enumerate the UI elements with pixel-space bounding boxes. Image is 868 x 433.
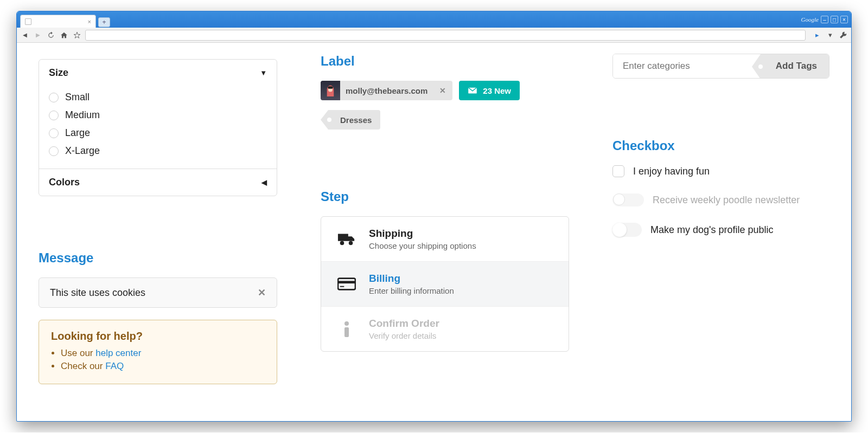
browser-window: × + Google – □ × ◄ ► ▸ ▾ (16, 11, 852, 422)
address-bar[interactable] (85, 30, 806, 41)
step-billing[interactable]: Billing Enter billing information (321, 262, 569, 307)
svg-point-7 (344, 321, 349, 326)
cookie-message: This site uses cookies ✕ (39, 277, 277, 308)
help-line-1: Use our help center (61, 348, 265, 359)
help-line-2: Check our FAQ (61, 361, 265, 372)
user-label: molly@thebears.com ✕ (321, 81, 452, 100)
accordion-colors-header[interactable]: Colors ◀ (39, 169, 277, 196)
radio-icon (49, 93, 59, 102)
help-heading: Looking for help? (51, 330, 265, 342)
minimize-button[interactable]: – (821, 16, 828, 23)
avatar (321, 81, 340, 100)
size-option-large[interactable]: Large (49, 124, 267, 142)
wrench-icon[interactable] (838, 30, 848, 40)
checkbox-label: I enjoy having fun (633, 166, 710, 177)
steps: Shipping Choose your shipping options Bi… (321, 216, 569, 352)
back-button[interactable]: ◄ (20, 30, 30, 40)
browser-tab[interactable]: × (20, 15, 96, 28)
credit-card-icon (335, 276, 358, 292)
option-label: X-Large (65, 145, 100, 157)
page-icon (25, 18, 31, 25)
close-icon[interactable]: ✕ (258, 287, 266, 299)
page-action-icon[interactable]: ▾ (825, 30, 835, 40)
step-confirm: Confirm Order Verify order details (321, 307, 569, 351)
accordion-size-content: Small Medium Large X-Large (39, 86, 277, 169)
radio-icon (49, 146, 59, 156)
accordion-size-header[interactable]: Size ▼ (39, 60, 277, 86)
new-tab-button[interactable]: + (98, 17, 110, 27)
caret-left-icon: ◀ (261, 178, 267, 186)
accordion: Size ▼ Small Medium (39, 59, 277, 196)
accordion-colors-title: Colors (49, 177, 80, 188)
new-mail-label[interactable]: 23 New (459, 81, 520, 100)
option-label: Medium (65, 109, 100, 121)
label-heading: Label (321, 54, 569, 69)
toggle-switch[interactable] (612, 223, 642, 237)
svg-rect-4 (338, 279, 355, 290)
size-option-small[interactable]: Small (49, 88, 267, 106)
svg-point-3 (349, 241, 353, 245)
tag-hole-icon (758, 64, 763, 69)
bookmark-icon[interactable] (72, 30, 82, 40)
size-option-xlarge[interactable]: X-Large (49, 142, 267, 160)
close-icon[interactable]: × (88, 18, 91, 25)
caret-down-icon: ▼ (260, 69, 267, 77)
option-label: Large (65, 127, 90, 139)
help-message: Looking for help? Use our help center Ch… (39, 320, 277, 384)
step-desc: Choose your shipping options (369, 241, 476, 250)
message-heading: Message (39, 250, 277, 266)
google-logo: Google (801, 16, 819, 23)
maximize-button[interactable]: □ (831, 16, 838, 23)
truck-icon (335, 231, 358, 247)
toggle-label: Make my dog's profile public (650, 224, 774, 236)
add-tags-button[interactable]: Add Tags (761, 54, 829, 78)
size-option-medium[interactable]: Medium (49, 106, 267, 124)
add-tags-label: Add Tags (776, 61, 817, 72)
slider-toggle (612, 193, 644, 206)
checkbox-icon (612, 165, 624, 177)
slider-label: Receive weekly poodle newsletter (653, 195, 800, 206)
browser-toolbar: ◄ ► ▸ ▾ (17, 28, 851, 43)
info-icon (335, 321, 358, 337)
radio-icon (49, 128, 59, 138)
step-desc: Verify order details (369, 331, 439, 340)
option-label: Small (65, 92, 90, 103)
cookie-text: This site uses cookies (50, 287, 145, 299)
home-button[interactable] (59, 30, 69, 40)
step-desc: Enter billing information (369, 286, 454, 295)
delete-icon[interactable]: ✕ (433, 86, 452, 95)
forward-button[interactable]: ► (33, 30, 43, 40)
accordion-size-title: Size (49, 67, 68, 79)
step-title: Confirm Order (369, 318, 439, 329)
checkbox-heading: Checkbox (612, 138, 829, 153)
close-window-button[interactable]: × (840, 16, 848, 23)
help-center-link[interactable]: help center (95, 348, 141, 358)
svg-rect-6 (340, 286, 344, 287)
tag-hole-icon (327, 118, 331, 122)
step-shipping[interactable]: Shipping Choose your shipping options (321, 217, 569, 262)
svg-rect-1 (328, 86, 333, 89)
reload-button[interactable] (46, 30, 56, 40)
radio-icon (49, 111, 59, 120)
svg-rect-8 (344, 327, 349, 337)
tag-text: Dresses (340, 115, 372, 125)
browser-titlebar: × + Google – □ × (17, 11, 851, 28)
new-count: 23 New (483, 86, 511, 95)
faq-link[interactable]: FAQ (105, 361, 124, 371)
tag-input: Add Tags (612, 54, 829, 79)
svg-rect-5 (338, 281, 355, 283)
svg-point-2 (340, 241, 344, 245)
checkbox-enjoy-fun[interactable]: I enjoy having fun (612, 165, 829, 177)
user-email: molly@thebears.com (340, 86, 433, 95)
step-title: Billing (369, 273, 454, 285)
slider-newsletter: Receive weekly poodle newsletter (612, 193, 829, 206)
page-content: Size ▼ Small Medium (17, 43, 851, 421)
play-icon[interactable]: ▸ (812, 30, 822, 40)
mail-icon (468, 87, 477, 94)
toggle-profile-public[interactable]: Make my dog's profile public (612, 223, 829, 237)
step-title: Shipping (369, 228, 476, 240)
step-heading: Step (321, 189, 569, 204)
tag-dresses[interactable]: Dresses (328, 110, 380, 130)
categories-input[interactable] (613, 54, 761, 78)
